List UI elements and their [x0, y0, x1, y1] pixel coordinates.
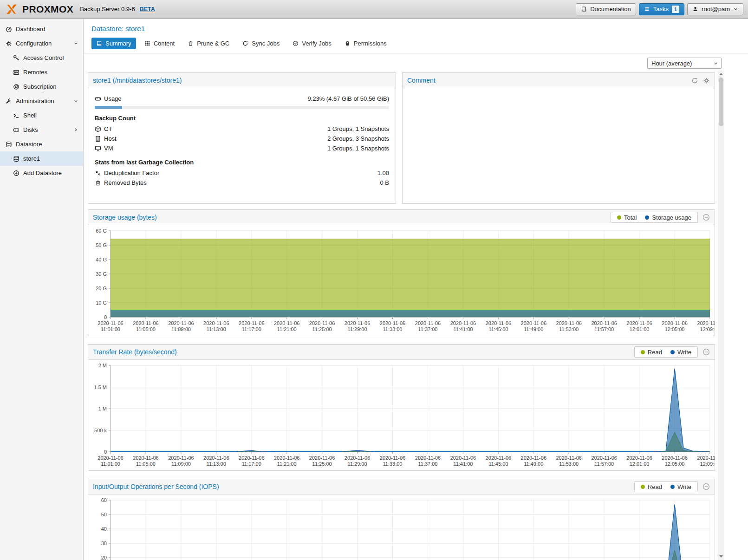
svg-text:2020-11-06: 2020-11-06: [309, 455, 335, 461]
svg-text:1.5 M: 1.5 M: [94, 384, 107, 390]
tasks-button[interactable]: Tasks 1: [639, 3, 684, 15]
sidebar-item-access-control[interactable]: Access Control: [0, 51, 83, 65]
svg-text:40 G: 40 G: [96, 257, 107, 262]
tab-content[interactable]: Content: [140, 38, 180, 49]
svg-text:2 M: 2 M: [98, 363, 107, 368]
svg-text:11:29:00: 11:29:00: [348, 326, 367, 332]
tab-sync-jobs[interactable]: Sync Jobs: [238, 38, 284, 49]
check-circle-icon: [293, 40, 299, 46]
svg-text:11:13:00: 11:13:00: [207, 461, 226, 467]
svg-text:2020-11-06: 2020-11-06: [591, 320, 617, 326]
storage-usage-chart: 2020-11-0611:01:002020-11-0611:05:002020…: [88, 225, 715, 336]
legend-item-read[interactable]: Read: [637, 349, 666, 356]
timeframe-value: Hour (average): [651, 60, 692, 67]
tab-permissions[interactable]: Permissions: [340, 38, 391, 49]
beta-link[interactable]: BETA: [140, 6, 155, 13]
svg-text:30: 30: [101, 540, 107, 546]
vertical-scrollbar[interactable]: [718, 71, 724, 560]
panel-title: Transfer Rate (bytes/second): [93, 348, 177, 356]
sidebar-item-disks[interactable]: Disks: [0, 123, 83, 137]
svg-text:2020-11-06: 2020-11-06: [168, 320, 194, 326]
svg-text:2020-11-06: 2020-11-06: [486, 320, 511, 326]
svg-text:11:01:00: 11:01:00: [101, 461, 120, 467]
collapse-icon[interactable]: [702, 214, 710, 221]
tab-summary[interactable]: Summary: [91, 38, 136, 49]
svg-text:11:45:00: 11:45:00: [488, 461, 508, 467]
timeframe-select[interactable]: Hour (average): [647, 58, 722, 69]
svg-text:11:49:00: 11:49:00: [524, 326, 543, 332]
content-area: store1 (/mnt/datastores/store1) Usage 9.…: [84, 70, 715, 560]
legend-item-read[interactable]: Read: [637, 483, 666, 490]
svg-text:2020-11-06: 2020-11-06: [203, 320, 229, 326]
desktop-icon: [95, 145, 104, 152]
documentation-button[interactable]: Documentation: [576, 3, 636, 15]
sidebar-item-label: Administration: [16, 98, 54, 104]
tab-label: Summary: [105, 40, 131, 47]
legend-item-write[interactable]: Write: [666, 483, 696, 490]
tab-bar: SummaryContentPrune & GCSync JobsVerify …: [84, 33, 748, 53]
scroll-up-arrow[interactable]: [718, 71, 724, 77]
svg-text:2020-11-06: 2020-11-06: [274, 320, 299, 326]
backup-count-row-host: Host 2 Groups, 3 Snapshots: [95, 134, 389, 143]
svg-text:40: 40: [101, 526, 107, 532]
terminal-icon: [13, 112, 20, 119]
backup-count-heading: Backup Count: [95, 115, 389, 122]
sidebar-item-subscription[interactable]: Subscription: [0, 79, 83, 94]
tasks-badge: 1: [672, 6, 679, 13]
tab-label: Verify Jobs: [302, 40, 332, 47]
sidebar-item-remotes[interactable]: Remotes: [0, 65, 83, 79]
chart-legend: ReadWrite: [634, 481, 698, 492]
sidebar-item-administration[interactable]: Administration: [0, 94, 83, 108]
svg-text:2020-11-06: 2020-11-06: [556, 455, 581, 461]
svg-text:2020-11-06: 2020-11-06: [345, 320, 370, 326]
cube-icon: [95, 126, 104, 132]
sidebar-item-store1[interactable]: store1: [0, 151, 83, 166]
chevron-down-icon[interactable]: [73, 41, 78, 46]
plus-circle-icon: [13, 170, 20, 176]
svg-text:50: 50: [101, 512, 107, 517]
comment-content[interactable]: [403, 88, 715, 203]
collapse-icon[interactable]: [702, 348, 710, 356]
tab-prune-gc[interactable]: Prune & GC: [183, 38, 234, 49]
panel-body: 2020-11-0611:01:002020-11-0611:05:002020…: [88, 495, 715, 560]
sidebar-item-add-datastore[interactable]: Add Datastore: [0, 166, 83, 180]
svg-text:11:05:00: 11:05:00: [136, 326, 156, 332]
user-icon: [692, 6, 698, 12]
gear-icon[interactable]: [703, 77, 710, 84]
row-value: 1 Groups, 1 Snapshots: [327, 125, 389, 132]
scroll-down-arrow[interactable]: [719, 555, 723, 558]
disks-icon: [13, 127, 20, 133]
sidebar-item-shell[interactable]: Shell: [0, 108, 83, 123]
tab-verify-jobs[interactable]: Verify Jobs: [288, 38, 336, 49]
sidebar-item-label: Datastore: [16, 141, 42, 148]
svg-text:2020-11-06: 2020-11-06: [521, 455, 546, 461]
legend-item-write[interactable]: Write: [666, 349, 696, 356]
legend-dot: [641, 350, 645, 354]
svg-text:12:05:00: 12:05:00: [665, 461, 685, 467]
chevron-down-icon[interactable]: [73, 98, 78, 104]
svg-text:2020-11-06: 2020-11-06: [98, 455, 123, 461]
svg-text:11:29:00: 11:29:00: [348, 461, 367, 467]
reload-icon[interactable]: [691, 77, 698, 84]
collapse-icon[interactable]: [702, 483, 710, 490]
svg-text:2020-11-06: 2020-11-06: [239, 455, 264, 461]
chevron-right-icon[interactable]: [73, 127, 78, 132]
svg-text:2020-11-06: 2020-11-06: [450, 320, 476, 326]
sidebar-nav: DashboardConfigurationAccess ControlRemo…: [0, 19, 84, 560]
svg-text:11:09:00: 11:09:00: [171, 461, 191, 467]
svg-text:2020-11-06: 2020-11-06: [133, 320, 158, 326]
svg-text:50 G: 50 G: [96, 242, 107, 248]
sidebar-item-configuration[interactable]: Configuration: [0, 36, 83, 51]
panel-header: Storage usage (bytes) TotalStorage usage: [88, 210, 715, 225]
sidebar-item-datastore[interactable]: Datastore: [0, 137, 83, 151]
svg-text:20 G: 20 G: [96, 286, 107, 291]
legend-item-total[interactable]: Total: [613, 214, 641, 221]
svg-text:11:09:00: 11:09:00: [171, 326, 191, 332]
panel-header: Input/Output Operations per Second (IOPS…: [88, 479, 715, 495]
scrollbar-thumb[interactable]: [719, 78, 723, 126]
svg-text:2020-11-06: 2020-11-06: [450, 455, 476, 461]
legend-item-storage-usage[interactable]: Storage usage: [641, 214, 696, 221]
user-menu-button[interactable]: root@pam: [687, 3, 743, 15]
svg-text:11:57:00: 11:57:00: [594, 326, 614, 332]
sidebar-item-dashboard[interactable]: Dashboard: [0, 22, 83, 36]
